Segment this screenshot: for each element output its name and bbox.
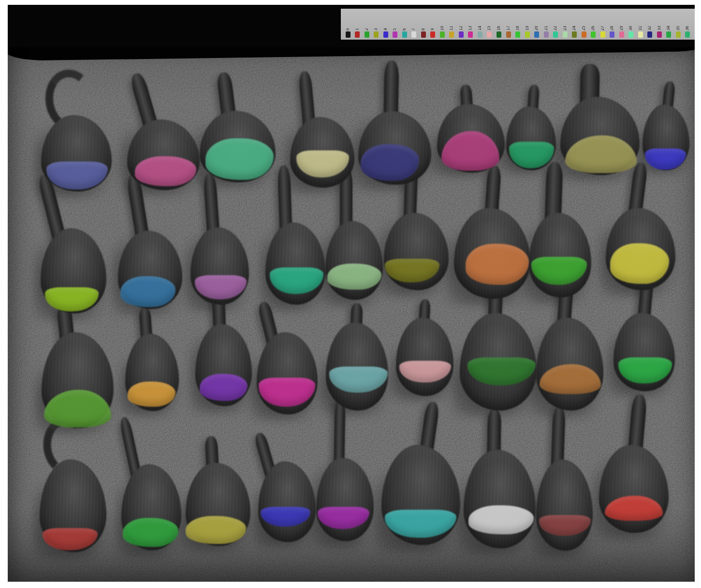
legend-color-swatch xyxy=(440,31,445,38)
legend-entry: 31 xyxy=(636,16,645,38)
legend-entry-label: 27 xyxy=(601,16,605,30)
bulb-r2c8 xyxy=(529,162,591,297)
bulb-r3c9 xyxy=(613,277,675,391)
legend-entry: 7 xyxy=(409,16,419,38)
legend-entry: 30 xyxy=(626,16,636,38)
bulb-body xyxy=(258,461,316,542)
legend-color-swatch xyxy=(383,31,388,38)
legend-entry-label: 36 xyxy=(686,16,689,30)
legend-color-swatch xyxy=(365,31,369,38)
segmentation-mask xyxy=(610,243,669,284)
legend-color-swatch xyxy=(468,31,473,38)
bulb-r3c1 xyxy=(42,306,114,428)
legend-entry: 33 xyxy=(655,16,664,38)
legend-color-swatch xyxy=(628,31,633,38)
legend-entry: 14 xyxy=(475,16,485,38)
legend-color-swatch xyxy=(544,31,549,38)
legend-entry: 21 xyxy=(541,16,551,38)
bulb-r3c7 xyxy=(460,286,537,411)
legend-entry: 4 xyxy=(381,16,391,38)
legend-entry-label: 20 xyxy=(535,16,539,30)
legend-entry-label: 32 xyxy=(648,16,652,30)
legend-entry: 6 xyxy=(400,16,409,38)
legend-color-swatch xyxy=(393,31,397,38)
bulb-r1c4 xyxy=(290,71,354,188)
bulb-r4c3 xyxy=(186,436,250,546)
bulb-r3c4 xyxy=(257,301,318,414)
bulb-r1c8 xyxy=(560,64,640,175)
legend-entry: 0 xyxy=(343,16,353,38)
segmentation-mask xyxy=(361,144,419,181)
legend-entry-label: 29 xyxy=(620,16,624,30)
bulb-body xyxy=(396,318,453,396)
legend-color-swatch xyxy=(411,31,416,38)
legend-entry: 8 xyxy=(419,16,428,38)
segmentation-mask xyxy=(186,516,246,544)
legend-entry-label: 30 xyxy=(629,16,633,30)
legend-entry: 10 xyxy=(438,16,447,38)
bulb-r1c9 xyxy=(643,81,689,170)
bulb-r2c3 xyxy=(190,173,249,305)
legend-color-swatch xyxy=(478,31,482,38)
legend-entry-label: 26 xyxy=(591,16,595,30)
legend-color-swatch xyxy=(534,31,539,38)
bulb-r2c5 xyxy=(325,167,383,300)
legend-color-swatch xyxy=(459,31,464,38)
legend-entry-label: 21 xyxy=(544,16,548,30)
legend-entry: 17 xyxy=(504,16,513,38)
bulb-r1c3 xyxy=(200,72,276,182)
legend-entry-label: 15 xyxy=(487,16,491,30)
legend-color-swatch xyxy=(572,31,577,38)
legend-color-swatch xyxy=(563,31,568,38)
legend-entry-label: 6 xyxy=(403,16,407,30)
legend-entry-label: 8 xyxy=(422,16,425,30)
legend-entry-label: 34 xyxy=(667,16,671,30)
bulb-r4c8 xyxy=(536,406,593,551)
legend-entry-label: 22 xyxy=(554,16,557,30)
bulb-r4c5 xyxy=(316,397,374,541)
bulb-r4c9 xyxy=(599,394,669,533)
legend-color-swatch xyxy=(430,31,435,38)
legend-color-swatch xyxy=(553,31,558,38)
legend-color-swatch xyxy=(506,31,511,38)
legend-entry-label: 16 xyxy=(497,16,501,30)
legend-entry: 5 xyxy=(391,16,400,38)
legend-entry-label: 13 xyxy=(468,16,472,30)
legend-color-swatch xyxy=(374,31,379,38)
legend-entry-label: 31 xyxy=(639,16,643,30)
bulb-r2c7 xyxy=(454,165,530,299)
legend-entry: 22 xyxy=(551,16,560,38)
legend-entry: 18 xyxy=(513,16,523,38)
legend-color-swatch xyxy=(355,31,360,38)
legend-entry-label: 9 xyxy=(431,16,435,30)
legend-entry: 13 xyxy=(466,16,476,38)
legend-entry-label: 19 xyxy=(526,16,529,30)
legend-entry-label: 14 xyxy=(478,16,482,30)
legend-entry-label: 2 xyxy=(365,16,369,30)
legend-entry-label: 5 xyxy=(393,16,397,30)
segmentation-viewer: 0123456789101112131415161718192021222324… xyxy=(0,0,701,588)
legend-entry-label: 10 xyxy=(440,16,444,30)
legend-entry: 27 xyxy=(598,16,608,38)
legend-entry-label: 28 xyxy=(610,16,614,30)
legend-color-swatch xyxy=(487,31,492,38)
legend-color-swatch xyxy=(610,31,614,38)
bulb-r1c6 xyxy=(437,85,505,173)
segmentation-mask xyxy=(128,382,175,407)
legend-color-swatch xyxy=(647,31,652,38)
bulb-r3c6 xyxy=(396,299,453,396)
legend-entry: 2 xyxy=(362,16,372,38)
legend-entry: 11 xyxy=(447,16,457,38)
segmentation-mask xyxy=(205,138,274,180)
legend-color-swatch xyxy=(346,31,350,38)
legend-entry: 19 xyxy=(523,16,532,38)
legend-entry: 3 xyxy=(372,16,381,38)
legend-color-swatch xyxy=(619,31,624,38)
legend-color-swatch xyxy=(497,31,501,38)
legend-entry: 29 xyxy=(617,16,627,38)
legend-entry-label: 1 xyxy=(355,16,359,30)
legend-color-swatch xyxy=(402,31,407,38)
bulb-r4c7 xyxy=(464,409,536,548)
legend-entry-label: 18 xyxy=(516,16,520,30)
legend-color-swatch xyxy=(676,31,681,38)
